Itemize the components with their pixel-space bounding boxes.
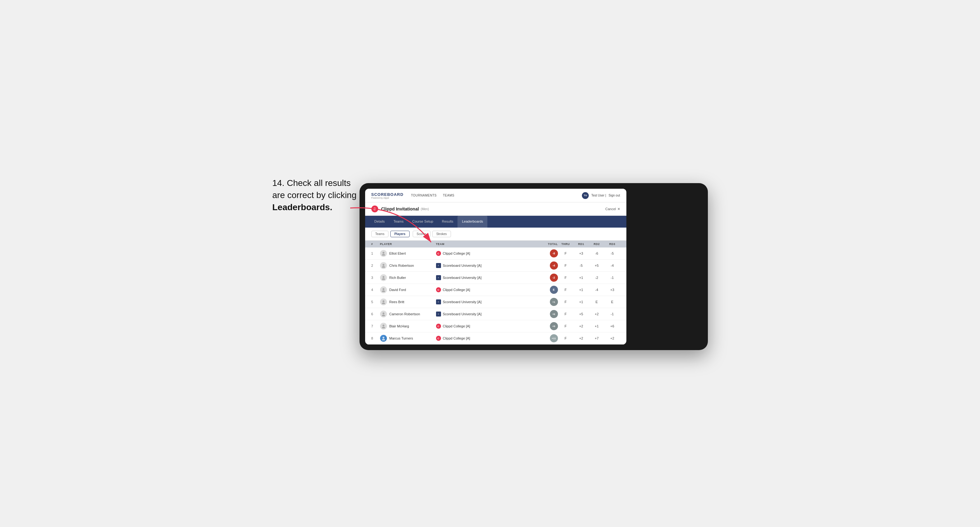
player-cell: Rich Butler: [380, 274, 436, 281]
svg-point-7: [383, 288, 384, 290]
team-cell: C Clippd College [A]: [436, 324, 533, 329]
tab-course-setup[interactable]: Course Setup: [408, 216, 438, 228]
team-name: Clippd College [A]: [443, 288, 470, 292]
svg-point-5: [383, 276, 384, 278]
player-name: Marcus Turners: [390, 337, 413, 340]
col-player: PLAYER: [380, 243, 436, 246]
tab-teams[interactable]: Teams: [389, 216, 408, 228]
row-num: 8: [371, 337, 380, 340]
col-num: #: [371, 243, 380, 246]
total-score: -2: [550, 274, 558, 282]
svg-point-8: [382, 290, 385, 292]
col-rd1: RD1: [574, 243, 589, 246]
player-name: Blair McHarg: [390, 324, 409, 328]
rd2: E: [589, 300, 605, 304]
tablet-frame: SCOREBOARD Powered by clippd TOURNAMENTS…: [360, 183, 708, 350]
rd2: -4: [589, 288, 605, 292]
rd3: -1: [605, 276, 620, 279]
total-score: +1: [550, 298, 558, 306]
thru: F: [558, 324, 574, 328]
svg-point-13: [383, 325, 384, 327]
total-score: -4: [550, 262, 558, 270]
row-num: 2: [371, 264, 380, 267]
tablet-screen: SCOREBOARD Powered by clippd TOURNAMENTS…: [365, 189, 626, 344]
tab-leaderboards[interactable]: Leaderboards: [458, 216, 487, 228]
filter-scores[interactable]: Scores: [413, 231, 430, 237]
top-nav-right: TU Test User | Sign out: [582, 192, 620, 199]
tournament-icon: C: [371, 205, 378, 212]
team-cell: C Clippd College [A]: [436, 336, 533, 341]
rd1: +2: [574, 324, 589, 328]
tab-results[interactable]: Results: [438, 216, 458, 228]
player-name: Rich Butler: [390, 276, 406, 279]
player-cell: Chris Robertson: [380, 262, 436, 269]
rd1: -5: [574, 264, 589, 267]
rd3: -5: [605, 252, 620, 255]
user-name: Test User |: [591, 194, 606, 197]
player-name: Cameron Robertson: [390, 312, 420, 316]
row-num: 6: [371, 312, 380, 316]
filter-teams[interactable]: Teams: [371, 231, 388, 237]
col-team: TEAM: [436, 243, 533, 246]
avatar: [380, 323, 387, 330]
avatar: [380, 262, 387, 269]
team-cell: ≡ Scoreboard University [A]: [436, 311, 533, 316]
total-score: E: [550, 286, 558, 294]
nav-teams[interactable]: TEAMS: [443, 192, 454, 198]
nav-tournaments[interactable]: TOURNAMENTS: [411, 192, 437, 198]
cancel-button[interactable]: Cancel ✕: [605, 207, 620, 211]
rd2: +5: [589, 264, 605, 267]
filter-row: Teams Players Scores Strokes: [365, 228, 626, 241]
row-num: 5: [371, 300, 380, 304]
team-cell: ≡ Scoreboard University [A]: [436, 275, 533, 280]
avatar: [380, 311, 387, 317]
rd3: +3: [605, 288, 620, 292]
avatar: [380, 298, 387, 305]
avatar: [380, 274, 387, 281]
tab-details[interactable]: Details: [370, 216, 390, 228]
player-name: Chris Robertson: [390, 264, 414, 267]
thru: F: [558, 264, 574, 267]
rd2: +7: [589, 337, 605, 340]
rd3: +2: [605, 337, 620, 340]
sign-out-link[interactable]: Sign out: [609, 194, 620, 197]
player-cell: Rees Britt: [380, 298, 436, 305]
total-score: +6: [550, 310, 558, 318]
rd3: +6: [605, 324, 620, 328]
table-header: # PLAYER TEAM TOTAL THRU RD1 RD2 RD3: [365, 241, 626, 248]
table-row: 7 Blair McHarg C Clippd College [A] +9: [365, 320, 626, 332]
instruction-text: 14. Check all results are correct by cli…: [272, 177, 357, 214]
svg-point-1: [383, 252, 384, 254]
col-rd2: RD2: [589, 243, 605, 246]
table-row: 6 Cameron Robertson ≡ Scoreboard Univers…: [365, 308, 626, 320]
table-row: 8 Marcus Turners C Clippd College [A] +1…: [365, 332, 626, 344]
team-name: Clippd College [A]: [443, 324, 470, 328]
rd1: +1: [574, 300, 589, 304]
avatar: [380, 335, 387, 342]
player-name: David Ford: [390, 288, 406, 292]
total-score: +11: [550, 334, 558, 342]
team-logo: C: [436, 324, 441, 329]
sub-nav: Details Teams Course Setup Results Leade…: [365, 216, 626, 228]
team-logo: ≡: [436, 311, 441, 316]
logo-text: SCOREBOARD: [371, 192, 404, 197]
rd3: E: [605, 300, 620, 304]
svg-point-14: [382, 327, 385, 328]
team-logo: ≡: [436, 299, 441, 305]
filter-players[interactable]: Players: [390, 231, 410, 237]
svg-point-10: [382, 303, 385, 304]
rd2: -2: [589, 276, 605, 279]
rd1: +3: [574, 252, 589, 255]
svg-point-6: [382, 278, 385, 280]
thru: F: [558, 276, 574, 279]
leaderboard-table: # PLAYER TEAM TOTAL THRU RD1 RD2 RD3 1: [365, 241, 626, 344]
row-num: 7: [371, 324, 380, 328]
team-logo: ≡: [436, 275, 441, 280]
thru: F: [558, 337, 574, 340]
svg-point-3: [383, 264, 384, 266]
filter-strokes[interactable]: Strokes: [432, 231, 451, 237]
logo-sub: Powered by clippd: [371, 197, 404, 199]
team-cell: ≡ Scoreboard University [A]: [436, 299, 533, 305]
player-name: Elliot Ebert: [390, 252, 406, 255]
player-cell: Elliot Ebert: [380, 250, 436, 257]
